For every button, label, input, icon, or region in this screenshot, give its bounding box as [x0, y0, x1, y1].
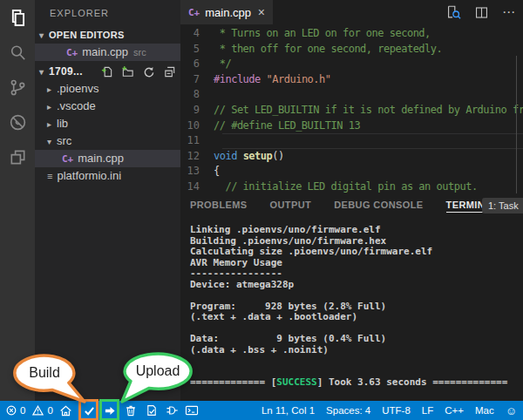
- terminal-text: (.text + .data + .bootloader): [190, 311, 357, 322]
- panel-tab-problems[interactable]: PROBLEMS: [190, 200, 248, 212]
- code-token: #include: [214, 73, 261, 85]
- status-ln-11-col-1[interactable]: Ln 11, Col 1: [262, 405, 315, 416]
- code-area[interactable]: 4 * Turns on an LED on for one second,5 …: [180, 24, 523, 193]
- editor-group: C+ main.cpp × ⋯ 4 * Turns on an LED on f…: [180, 0, 523, 193]
- task-selector-label: 1: Task: [488, 200, 519, 211]
- open-editors-label: OPEN EDITORS: [49, 30, 125, 40]
- code-line-9: 9// Set LED_BUILTIN if it is not defined…: [180, 103, 523, 119]
- status-spaces-4[interactable]: Spaces: 4: [326, 405, 370, 416]
- status-lf[interactable]: LF: [422, 405, 433, 416]
- code-line-5: 5 * then off for one second, repeatedly.: [180, 42, 523, 58]
- activity-item-debug[interactable]: [0, 105, 35, 139]
- open-editor-main-cpp[interactable]: C+main.cppsrc: [35, 44, 180, 61]
- tree-item--vscode[interactable]: ▸.vscode: [35, 98, 180, 115]
- code-token: // Set LED_BUILTIN if it is not defined …: [214, 104, 523, 116]
- open-editors-header[interactable]: ▾OPEN EDITORS: [35, 26, 180, 44]
- status-utf-8[interactable]: UTF-8: [382, 405, 411, 416]
- explorer-actions: [100, 63, 176, 80]
- code-token: * Turns on an LED on for one second,: [214, 27, 431, 39]
- code-token: (): [272, 150, 283, 162]
- line-number: 4: [180, 26, 214, 42]
- tab-main-cpp[interactable]: C+ main.cpp ×: [180, 0, 273, 24]
- code-line-11: 11: [180, 133, 523, 149]
- code-line-12: 12void setup(): [180, 149, 523, 165]
- line-number: 7: [180, 72, 214, 88]
- panel-tab-debug-console[interactable]: DEBUG CONSOLE: [334, 200, 423, 212]
- code-token: setup: [243, 150, 273, 162]
- editor-scrollbar[interactable]: [516, 56, 517, 193]
- chevron-right-icon: ▸: [47, 98, 57, 116]
- chevron-down-icon: ▾: [39, 27, 49, 44]
- status-c-[interactable]: C++: [445, 405, 464, 416]
- upload-callout-label: Upload: [136, 363, 180, 378]
- activity-bar: [0, 0, 35, 401]
- code-token: [261, 73, 267, 85]
- terminal-text: ----------------: [190, 268, 282, 279]
- line-number: 13: [180, 164, 214, 180]
- open-editor-folder-badge: src: [133, 47, 146, 58]
- refresh-icon[interactable]: [142, 65, 155, 78]
- files-icon: [8, 8, 28, 28]
- project-name: 1709...: [49, 65, 83, 78]
- code-line-10: 10// #define LED_BUILTIN 13: [180, 119, 523, 134]
- terminal-text: Data: 9 bytes (0.4% Full): [190, 333, 386, 344]
- collapse-all-icon[interactable]: [163, 65, 176, 78]
- tree-item-platformio-ini[interactable]: ≡platformio.ini: [35, 167, 180, 185]
- file-tree: ▸.pioenvs▸.vscode▸lib▾srcC+main.cpp≡plat…: [35, 80, 180, 185]
- terminal-text: (.data + .bss + .noinit): [190, 344, 329, 356]
- line-number: 12: [180, 149, 214, 165]
- terminal-line-15: ============= [SUCCESS] Took 3.63 second…: [190, 377, 523, 389]
- code-token: void: [214, 150, 237, 162]
- open-editor-label: main.cpp: [82, 45, 128, 58]
- terminal-output[interactable]: Linking .pioenvs/uno/firmware.elfBuildin…: [190, 225, 523, 389]
- terminal-line-6: Device: atmega328p: [190, 280, 523, 291]
- line-number: 14: [180, 180, 214, 193]
- line-number: 10: [180, 119, 214, 134]
- feedback-smiley-icon[interactable]: ☺: [506, 404, 517, 417]
- chevron-right-icon: ▸: [47, 81, 57, 98]
- task-selector[interactable]: 1: Task ⇅: [482, 198, 523, 213]
- upload-callout: Upload: [105, 344, 209, 407]
- code-line-13: 13{: [180, 164, 523, 180]
- tree-item-label: .pioenvs: [57, 82, 98, 95]
- code-token: {: [214, 165, 220, 177]
- open-preview-icon[interactable]: [445, 4, 461, 20]
- code-line-14: 14 // initialize LED digital pin as an o…: [180, 180, 523, 193]
- close-icon[interactable]: ×: [258, 5, 265, 19]
- terminal-text: Calculating size .pioenvs/uno/firmware.e…: [190, 246, 432, 257]
- tree-item-label: platformio.ini: [57, 169, 121, 182]
- chevron-down-icon: ▾: [39, 64, 49, 81]
- more-actions-icon[interactable]: ⋯: [502, 8, 516, 17]
- code-token: // #define LED_BUILTIN 13: [214, 119, 360, 132]
- activity-item-explorer[interactable]: [0, 0, 35, 35]
- tab-bar: C+ main.cpp × ⋯: [180, 0, 523, 24]
- search-icon: [8, 43, 28, 63]
- tree-item--pioenvs[interactable]: ▸.pioenvs: [35, 80, 180, 98]
- terminal-text: AVR Memory Usage: [190, 257, 282, 268]
- tree-item-label: lib: [57, 117, 68, 130]
- tree-item-label: src: [57, 134, 71, 147]
- code-line-6: 6 */: [180, 57, 523, 72]
- activity-item-extensions[interactable]: [0, 139, 35, 174]
- cpp-file-icon: C+: [66, 47, 78, 58]
- panel-tab-output[interactable]: OUTPUT: [270, 200, 312, 212]
- terminal-text: ] Took 3.63 seconds =============: [317, 376, 508, 388]
- code-token: // initialize LED digital pin as an outp…: [214, 180, 478, 193]
- tree-item-main-cpp[interactable]: C+main.cpp: [35, 150, 180, 167]
- tab-label: main.cpp: [205, 6, 251, 19]
- status-right: Ln 11, Col 1Spaces: 4UTF-8LFC++Mac☺: [262, 401, 517, 420]
- tree-item-src[interactable]: ▾src: [35, 132, 180, 150]
- activity-item-source-control[interactable]: [0, 70, 35, 105]
- activity-item-search[interactable]: [0, 35, 35, 70]
- status-mac[interactable]: Mac: [475, 405, 494, 416]
- new-folder-icon[interactable]: [121, 65, 134, 78]
- code-line-4: 4 * Turns on an LED on for one second,: [180, 26, 523, 42]
- split-editor-icon[interactable]: [474, 5, 489, 20]
- explorer-sidebar: EXPLORER ▾OPEN EDITORS C+main.cppsrc ▾17…: [35, 0, 180, 401]
- chevron-down-icon: ▾: [47, 133, 57, 151]
- new-file-icon[interactable]: [100, 65, 113, 78]
- line-number: 8: [180, 87, 214, 103]
- tree-item-lib[interactable]: ▸lib: [35, 115, 180, 132]
- terminal-text: Device: atmega328p: [190, 279, 294, 290]
- vscode-window: EXPLORER ▾OPEN EDITORS C+main.cppsrc ▾17…: [0, 0, 523, 420]
